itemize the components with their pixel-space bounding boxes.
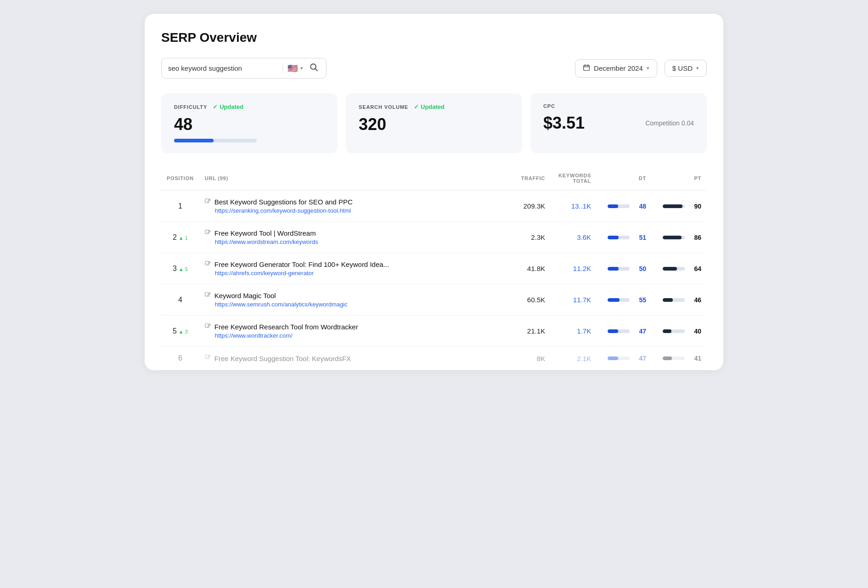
traffic-cell: 21.1K xyxy=(509,316,551,347)
url-cell: Free Keyword Generator Tool: Find 100+ K… xyxy=(199,253,509,284)
date-selector[interactable]: December 2024 ▾ xyxy=(575,59,657,78)
metrics-row: DIFFICULTY Updated 48 SEARCH VOLUME Upda… xyxy=(161,93,707,153)
dt-value: 50 xyxy=(633,265,646,272)
col-url: URL (99) xyxy=(199,168,509,191)
pt-bar-fill xyxy=(663,329,671,333)
url-title: Free Keyword Tool | WordStream xyxy=(205,229,504,237)
dt-bar-fill xyxy=(608,204,618,208)
currency-selector[interactable]: $ USD ▾ xyxy=(665,60,707,77)
pt-bar-fill xyxy=(663,236,682,239)
chevron-down-icon: ▾ xyxy=(300,65,303,71)
cpc-row: $3.51 Competition 0.04 xyxy=(543,113,694,133)
svg-line-1 xyxy=(316,69,318,71)
url-cell: Free Keyword Tool | WordStream https://w… xyxy=(199,222,509,253)
dt-bar-fill xyxy=(608,329,618,333)
position-cell: 4 xyxy=(161,284,199,316)
keywords-cell: 13..1K xyxy=(551,191,597,222)
pt-bar-fill xyxy=(663,298,673,302)
external-link-icon xyxy=(205,355,211,362)
dt-value: 47 xyxy=(633,355,646,362)
traffic-cell: 41.8K xyxy=(509,253,551,284)
search-input[interactable] xyxy=(168,64,278,72)
pt-cell: 86 xyxy=(652,222,707,253)
dt-bar-fill xyxy=(608,267,619,271)
url-link[interactable]: https://seranking.com/keyword-suggestion… xyxy=(215,207,504,214)
pt-bar-track xyxy=(663,329,685,333)
dt-bar-track xyxy=(608,298,630,302)
dt-bar-fill xyxy=(608,298,620,302)
dt-bar-track xyxy=(608,236,630,239)
dt-value: 51 xyxy=(633,234,646,241)
keywords-cell: 2.1K xyxy=(551,347,597,370)
dt-cell: 51 xyxy=(597,222,652,253)
url-title: Free Keyword Research Tool from Wordtrac… xyxy=(205,323,504,331)
search-bar-row: 🇺🇸 ▾ December 2024 ▾ $ USD ▾ xyxy=(161,58,707,79)
flag-selector[interactable]: 🇺🇸 ▾ xyxy=(282,63,303,74)
url-cell: Keyword Magic Tool https://www.semrush.c… xyxy=(199,284,509,316)
difficulty-value: 48 xyxy=(174,115,325,134)
difficulty-bar-track xyxy=(174,139,257,142)
col-keywords: KEYWORDS TOTAL xyxy=(551,168,597,191)
position-cell: 3▲ 5 xyxy=(161,253,199,284)
date-label: December 2024 xyxy=(594,64,643,72)
pt-cell: 40 xyxy=(652,316,707,347)
url-title: Free Keyword Generator Tool: Find 100+ K… xyxy=(205,260,504,268)
cpc-label: CPC xyxy=(543,103,694,109)
url-link[interactable]: https://www.wordstream.com/keywords xyxy=(215,238,504,245)
position-change: ▲ 5 xyxy=(179,266,188,272)
external-link-icon xyxy=(205,323,211,331)
pt-value: 40 xyxy=(688,328,701,335)
keywords-cell: 11.2K xyxy=(551,253,597,284)
results-table-wrapper: POSITION URL (99) TRAFFIC KEYWORDS TOTAL… xyxy=(161,168,707,370)
url-link[interactable]: https://ahrefs.com/keyword-generator xyxy=(215,270,504,277)
dt-cell: 50 xyxy=(597,253,652,284)
keywords-cell: 1.7K xyxy=(551,316,597,347)
url-title: Best Keyword Suggestions for SEO and PPC xyxy=(205,198,504,206)
traffic-cell: 60.5K xyxy=(509,284,551,316)
dt-bar-track xyxy=(608,356,630,360)
pt-bar-fill xyxy=(663,356,672,360)
pt-cell: 90 xyxy=(652,191,707,222)
search-volume-card: SEARCH VOLUME Updated 320 xyxy=(346,93,522,153)
traffic-cell: 8K xyxy=(509,347,551,370)
table-row: 6 Free Keyword Suggestion Tool: Keywords… xyxy=(161,347,707,370)
difficulty-bar-fill xyxy=(174,139,214,142)
results-table: POSITION URL (99) TRAFFIC KEYWORDS TOTAL… xyxy=(161,168,707,370)
url-link[interactable]: https://www.wordtracker.com/ xyxy=(215,332,504,339)
search-input-wrapper: 🇺🇸 ▾ xyxy=(161,58,327,79)
url-cell: Free Keyword Suggestion Tool: KeywordsFX xyxy=(199,347,509,370)
pt-bar-track xyxy=(663,236,685,239)
url-link[interactable]: https://www.semrush.com/analytics/keywor… xyxy=(215,301,504,308)
table-row: 2▲ 1 Free Keyword Tool | WordStream http… xyxy=(161,222,707,253)
url-cell: Best Keyword Suggestions for SEO and PPC… xyxy=(199,191,509,222)
table-row: 3▲ 5 Free Keyword Generator Tool: Find 1… xyxy=(161,253,707,284)
dt-bar-track xyxy=(608,267,630,271)
url-title: Free Keyword Suggestion Tool: KeywordsFX xyxy=(205,355,504,362)
dt-value: 55 xyxy=(633,296,646,304)
cpc-value: $3.51 xyxy=(543,113,585,133)
dt-cell: 47 xyxy=(597,316,652,347)
main-card: SERP Overview 🇺🇸 ▾ December 2024 ▾ xyxy=(145,14,723,370)
pt-value: 64 xyxy=(688,265,701,272)
search-button[interactable] xyxy=(308,62,320,74)
dt-bar-fill xyxy=(608,356,618,360)
pt-bar-track xyxy=(663,204,685,208)
url-cell: Free Keyword Research Tool from Wordtrac… xyxy=(199,316,509,347)
pt-value: 46 xyxy=(688,296,701,304)
external-link-icon xyxy=(205,230,211,237)
pt-value: 90 xyxy=(688,203,701,210)
col-position: POSITION xyxy=(161,168,199,191)
cpc-card: CPC $3.51 Competition 0.04 xyxy=(530,93,707,153)
position-cell: 5▲ 3 xyxy=(161,316,199,347)
table-row: 1 Best Keyword Suggestions for SEO and P… xyxy=(161,191,707,222)
external-link-icon xyxy=(205,292,211,300)
flag-icon: 🇺🇸 xyxy=(287,63,298,74)
external-link-icon xyxy=(205,198,211,206)
difficulty-card: DIFFICULTY Updated 48 xyxy=(161,93,338,153)
url-title: Keyword Magic Tool xyxy=(205,292,504,300)
competition-label: Competition 0.04 xyxy=(645,119,694,127)
chevron-down-icon: ▾ xyxy=(647,65,649,71)
dt-cell: 48 xyxy=(597,191,652,222)
position-cell: 1 xyxy=(161,191,199,222)
calendar-icon xyxy=(583,64,590,73)
